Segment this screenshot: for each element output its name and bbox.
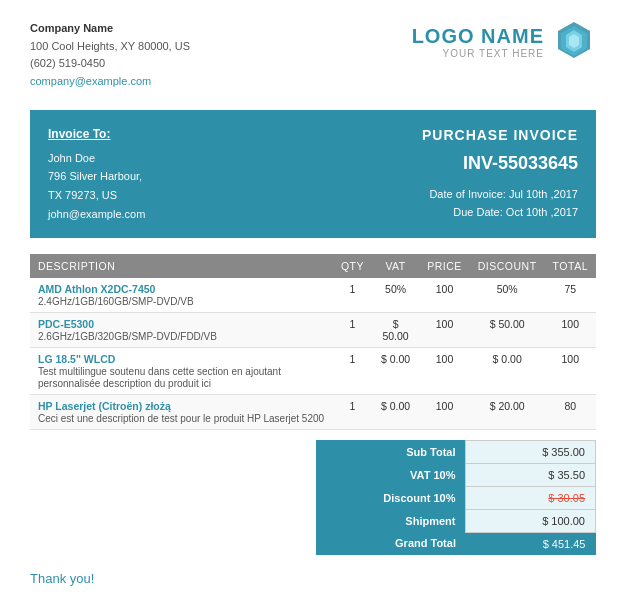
col-price: PRICE [419,254,470,278]
invoice-to-section: Invoice To: John Doe 796 Silver Harbour,… [48,124,145,223]
totals-section: Sub Total $ 355.00 VAT 10% $ 35.50 Disco… [30,440,596,555]
client-address2: TX 79273, US [48,189,117,201]
thankyou-text: Thank you! [30,571,596,586]
col-description: DESCRIPTION [30,254,333,278]
discount-label: Discount 10% [316,486,466,509]
cell-price: 100 [419,394,470,429]
client-name: John Doe [48,152,95,164]
cell-qty: 1 [333,394,372,429]
page-header: Company Name 100 Cool Heights, XY 80000,… [30,20,596,90]
cell-total: 80 [545,394,596,429]
cell-vat: $ 0.00 [372,347,419,394]
cell-price: 100 [419,278,470,313]
desc-sub: Test multilingue soutenu dans cette sect… [38,366,281,389]
table-row: PDC-E5300 2.6GHz/1GB/320GB/SMP-DVD/FDD/V… [30,312,596,347]
table-header-row: DESCRIPTION QTY VAT PRICE DISCOUNT TOTAL [30,254,596,278]
logo-sub-text: YOUR TEXT HERE [412,48,544,59]
desc-name: HP Laserjet (Citroën) złożą [38,400,325,412]
cell-total: 100 [545,347,596,394]
col-total: TOTAL [545,254,596,278]
subtotal-row: Sub Total $ 355.00 [316,440,596,463]
table-row: HP Laserjet (Citroën) złożą Ceci est une… [30,394,596,429]
desc-sub: Ceci est une description de test pour le… [38,413,324,424]
subtotal-label: Sub Total [316,440,466,463]
shipment-row: Shipment $ 100.00 [316,509,596,532]
discount-row: Discount 10% $ 30.05 [316,486,596,509]
invoice-table: DESCRIPTION QTY VAT PRICE DISCOUNT TOTAL… [30,254,596,430]
cell-discount: $ 50.00 [470,312,545,347]
invoice-number: INV-55033645 [422,148,578,179]
company-email: company@example.com [30,75,151,87]
cell-total: 100 [545,312,596,347]
cell-discount: $ 20.00 [470,394,545,429]
invoice-title: PURCHASE INVOICE [422,124,578,148]
table-row: AMD Athlon X2DC-7450 2.4GHz/1GB/160GB/SM… [30,278,596,313]
invoice-bar: Invoice To: John Doe 796 Silver Harbour,… [30,110,596,237]
totals-table: Sub Total $ 355.00 VAT 10% $ 35.50 Disco… [316,440,596,555]
desc-name: AMD Athlon X2DC-7450 [38,283,325,295]
grand-total-value: $ 451.45 [466,532,596,555]
cell-discount: $ 0.00 [470,347,545,394]
invoice-date: Date of Invoice: Jul 10th ,2017 [429,188,578,200]
grand-total-label: Grand Total [316,532,466,555]
cell-desc: AMD Athlon X2DC-7450 2.4GHz/1GB/160GB/SM… [30,278,333,313]
cell-price: 100 [419,312,470,347]
cell-qty: 1 [333,278,372,313]
grand-total-row: Grand Total $ 451.45 [316,532,596,555]
table-row: LG 18.5" WLCD Test multilingue soutenu d… [30,347,596,394]
logo-main-text: LOGO NAME [412,25,544,48]
cell-total: 75 [545,278,596,313]
desc-name: PDC-E5300 [38,318,325,330]
invoice-due: Due Date: Oct 10th ,2017 [453,206,578,218]
col-discount: DISCOUNT [470,254,545,278]
logo-text: LOGO NAME YOUR TEXT HERE [412,25,544,59]
cell-discount: 50% [470,278,545,313]
vat-value: $ 35.50 [466,463,596,486]
desc-sub: 2.6GHz/1GB/320GB/SMP-DVD/FDD/VB [38,331,217,342]
company-name: Company Name [30,22,113,34]
col-qty: QTY [333,254,372,278]
vat-label: VAT 10% [316,463,466,486]
cell-vat: $ 50.00 [372,312,419,347]
discount-value: $ 30.05 [466,486,596,509]
invoice-to-label: Invoice To: [48,124,145,144]
shipment-value: $ 100.00 [466,509,596,532]
logo-area: LOGO NAME YOUR TEXT HERE [412,20,596,64]
client-email: john@example.com [48,208,145,220]
shipment-label: Shipment [316,509,466,532]
cell-qty: 1 [333,312,372,347]
logo-icon [552,20,596,64]
company-info: Company Name 100 Cool Heights, XY 80000,… [30,20,190,90]
company-address1: 100 Cool Heights, XY 80000, US [30,40,190,52]
cell-desc: PDC-E5300 2.6GHz/1GB/320GB/SMP-DVD/FDD/V… [30,312,333,347]
cell-qty: 1 [333,347,372,394]
cell-desc: LG 18.5" WLCD Test multilingue soutenu d… [30,347,333,394]
vat-row: VAT 10% $ 35.50 [316,463,596,486]
cell-desc: HP Laserjet (Citroën) złożą Ceci est une… [30,394,333,429]
client-address1: 796 Silver Harbour, [48,170,142,182]
company-phone: (602) 519-0450 [30,57,105,69]
discount-strike: $ 30.05 [548,492,585,504]
col-vat: VAT [372,254,419,278]
cell-vat: 50% [372,278,419,313]
desc-sub: 2.4GHz/1GB/160GB/SMP-DVD/VB [38,296,194,307]
subtotal-value: $ 355.00 [466,440,596,463]
cell-vat: $ 0.00 [372,394,419,429]
invoice-right: PURCHASE INVOICE INV-55033645 Date of In… [422,124,578,223]
desc-name: LG 18.5" WLCD [38,353,325,365]
cell-price: 100 [419,347,470,394]
